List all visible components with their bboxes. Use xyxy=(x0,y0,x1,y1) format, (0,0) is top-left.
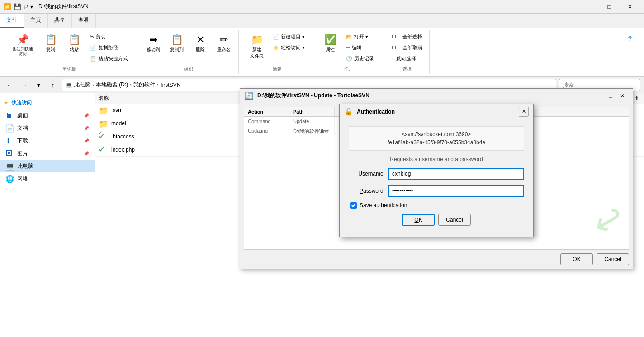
username-underline: U xyxy=(358,171,362,177)
auth-url-section: <svn://svnbucket.com:3690> fe1af4ab-a32a… xyxy=(349,126,524,151)
sidebar-item-desktop[interactable]: 🖥 桌面 📌 xyxy=(0,109,95,122)
clipboard-group-label: 剪切板 xyxy=(62,64,76,72)
sidebar-item-network[interactable]: 🌐 网络 xyxy=(0,172,95,185)
sidebar-item-downloads[interactable]: ⬇ 下载 📌 xyxy=(0,134,95,147)
col-action: Action xyxy=(244,107,289,116)
svn-file-icon-2: ✔ xyxy=(99,145,108,154)
open-button[interactable]: 📂 打开 ▾ xyxy=(343,32,377,42)
quick-undo-icon[interactable]: ↩ xyxy=(23,3,28,10)
tab-view[interactable]: 查看 xyxy=(72,14,96,28)
quick-save-icon[interactable]: 💾 xyxy=(14,3,21,10)
username-label: Username: xyxy=(349,171,385,177)
invert-select-button[interactable]: ↕ 反向选择 xyxy=(388,53,426,63)
password-input[interactable] xyxy=(388,185,524,197)
save-auth-row: Save authentication xyxy=(349,202,524,209)
svn-dialog-close-button[interactable]: ✕ xyxy=(616,90,628,102)
breadcrumb-part-pc[interactable]: 此电脑 xyxy=(74,81,90,89)
forward-button[interactable]: → xyxy=(18,79,30,91)
breadcrumb-icon: 💻 xyxy=(66,82,72,88)
copy-to-button[interactable]: 📋 复制到 xyxy=(166,32,188,55)
pin-icon: 📌 xyxy=(17,34,29,46)
new-folder-button[interactable]: 📁 新建 文件夹 xyxy=(246,32,268,62)
auth-title: Authentication xyxy=(357,109,515,115)
pin-button[interactable]: 📌 固定到快速访问 xyxy=(7,32,38,59)
cut-button[interactable]: ✂ 剪切 xyxy=(87,32,131,42)
rename-button[interactable]: ✏ 重命名 xyxy=(213,32,235,55)
copy-to-icon: 📋 xyxy=(171,34,183,46)
sidebar-item-this-pc[interactable]: 💻 此电脑 xyxy=(0,160,95,172)
cell-path-0: Update xyxy=(289,117,335,126)
col-path: Path xyxy=(289,107,335,116)
select-all-button[interactable]: ☐☐ 全部选择 xyxy=(388,32,426,42)
star-icon: ★ xyxy=(4,100,8,106)
ribbon-content: 📌 固定到快速访问 📋 复制 📋 粘贴 ✂ 剪切 xyxy=(0,28,644,76)
up-button[interactable]: ↑ xyxy=(47,79,59,91)
organize-group-label: 组织 xyxy=(184,64,193,72)
properties-button[interactable]: ✅ 属性 xyxy=(319,32,341,55)
pictures-icon: 🖼 xyxy=(5,149,14,157)
svn-ok-button[interactable]: OK xyxy=(560,253,593,265)
sidebar-label-pictures: 图片 xyxy=(17,150,28,157)
svn-dialog-minimize-button[interactable]: ─ xyxy=(593,90,605,102)
open-items: ✅ 属性 📂 打开 ▾ ✏ 编辑 🕐 历史记录 xyxy=(319,32,377,63)
svn-dialog-maximize-button[interactable]: □ xyxy=(605,90,616,102)
recent-button[interactable]: ▾ xyxy=(33,79,44,91)
auth-cancel-button[interactable]: Cancel xyxy=(438,214,471,226)
deselect-all-button[interactable]: ☐☐ 全部取消 xyxy=(388,43,426,52)
delete-button[interactable]: ✕ 删除 xyxy=(189,32,211,55)
new-items: 📁 新建 文件夹 📄 新建项目 ▾ ⭐ 轻松访问 ▾ xyxy=(246,32,308,63)
auth-close-button[interactable]: ✕ xyxy=(519,107,529,117)
paste-button[interactable]: 📋 粘贴 xyxy=(63,32,85,55)
new-small-group: 📄 新建项目 ▾ ⭐ 轻松访问 ▾ xyxy=(270,32,308,52)
computer-icon: 💻 xyxy=(5,162,14,170)
rename-icon: ✏ xyxy=(220,34,228,46)
tab-share[interactable]: 共享 xyxy=(48,14,72,28)
ribbon-group-organize: ➡ 移动到 📋 复制到 ✕ 删除 ✏ 重命名 组织 xyxy=(139,30,239,74)
maximize-button[interactable]: □ xyxy=(599,0,620,14)
auth-dialog: 🔒 Authentication ✕ <svn://svnbucket.com:… xyxy=(339,104,534,237)
clipboard-items: 📌 固定到快速访问 📋 复制 📋 粘贴 ✂ 剪切 xyxy=(7,32,131,63)
cut-icon: ✂ xyxy=(90,34,94,40)
folder-icon: 📁 xyxy=(99,106,108,115)
breadcrumb-part-software[interactable]: 我的软件 xyxy=(133,81,155,89)
network-icon: 🌐 xyxy=(5,175,14,183)
close-button[interactable]: ✕ xyxy=(620,0,640,14)
save-auth-checkbox[interactable] xyxy=(350,202,357,209)
svn-dialog-footer: OK Cancel xyxy=(244,250,629,265)
history-button[interactable]: 🕐 历史记录 xyxy=(343,53,377,63)
sidebar-label-desktop: 桌面 xyxy=(17,112,28,119)
breadcrumb-part-drive[interactable]: 本地磁盘 (D:) xyxy=(96,81,128,89)
sidebar-item-pictures[interactable]: 🖼 图片 📌 xyxy=(0,147,95,160)
svn-cancel-button[interactable]: Cancel xyxy=(597,253,629,265)
tab-home[interactable]: 主页 xyxy=(24,14,48,28)
minimize-button[interactable]: ─ xyxy=(578,0,599,14)
new-item-icon: 📄 xyxy=(273,34,279,40)
auth-url-line1: <svn://svnbucket.com:3690> xyxy=(353,130,520,138)
easy-access-button[interactable]: ⭐ 轻松访问 ▾ xyxy=(270,43,308,52)
open-small-group: 📂 打开 ▾ ✏ 编辑 🕐 历史记录 xyxy=(343,32,377,63)
back-button[interactable]: ← xyxy=(4,79,15,91)
help-button[interactable]: ? xyxy=(620,32,640,45)
svn-dialog-icon: 🔄 xyxy=(245,91,254,100)
new-item-button[interactable]: 📄 新建项目 ▾ xyxy=(270,32,308,42)
svn-dialog-controls: ─ □ ✕ xyxy=(593,90,628,102)
username-input[interactable] xyxy=(388,168,524,180)
easy-access-icon: ⭐ xyxy=(273,45,279,51)
save-auth-label[interactable]: Save authentication xyxy=(360,202,407,209)
move-to-button[interactable]: ➡ 移动到 xyxy=(142,32,164,55)
username-row: Username: xyxy=(349,168,524,180)
svn-dialog-titlebar: 🔄 D:\我的软件\firstSVN - Update - TortoiseSV… xyxy=(240,89,633,103)
tab-file[interactable]: 文件 xyxy=(0,14,24,28)
breadcrumb-part-folder[interactable]: firstSVN xyxy=(161,82,180,88)
ribbon-tab-bar: 文件 主页 共享 查看 xyxy=(0,14,644,28)
sidebar-item-documents[interactable]: 📄 文档 📌 xyxy=(0,122,95,134)
quick-menu-icon[interactable]: ▾ xyxy=(30,4,33,10)
cell-action-1: Updating xyxy=(244,126,289,137)
paste-shortcut-button[interactable]: 📋 粘贴快捷方式 xyxy=(87,53,131,63)
copy-path-button[interactable]: 📄 复制路径 xyxy=(87,43,131,52)
auth-ok-button[interactable]: OK xyxy=(402,214,435,226)
edit-button[interactable]: ✏ 编辑 xyxy=(343,43,377,52)
copy-path-icon: 📄 xyxy=(90,45,96,51)
copy-button[interactable]: 📋 复制 xyxy=(40,32,62,55)
titlebar-icon: 📁 xyxy=(4,3,11,10)
